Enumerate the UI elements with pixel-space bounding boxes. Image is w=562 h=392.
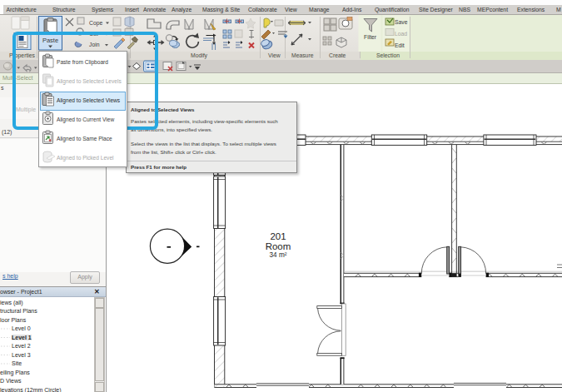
svg-text:201: 201 bbox=[270, 231, 286, 241]
svg-text:Room: Room bbox=[266, 241, 291, 251]
svg-text:34 m²: 34 m² bbox=[270, 251, 287, 259]
